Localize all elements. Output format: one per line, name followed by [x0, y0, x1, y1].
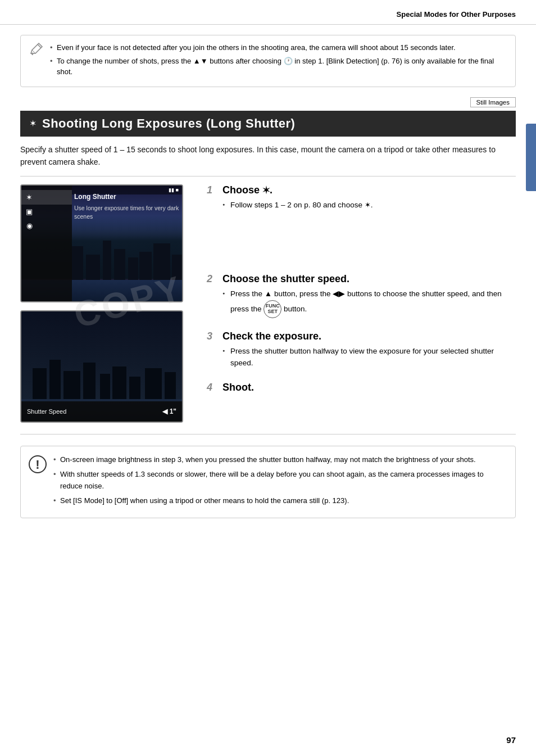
- b28: [145, 368, 162, 399]
- long-shutter-label-overlay: Long Shutter Use longer exposure times f…: [72, 192, 182, 221]
- step-1-header: 1 Choose ✶.: [207, 184, 516, 196]
- step-1: 1 Choose ✶. Follow steps 1 – 2 on p. 80 …: [207, 184, 516, 211]
- step-2: 2 Choose the shutter speed. Press the ▲ …: [207, 273, 516, 318]
- shutter-speed-label: Shutter Speed: [27, 408, 66, 415]
- step-2-header: 2 Choose the shutter speed.: [207, 273, 516, 285]
- b24: [83, 363, 96, 399]
- screenshots-col: ✶ ▣ ◉ Long Shutter Use longer exposure t…: [20, 184, 194, 423]
- b29: [165, 372, 176, 399]
- note-content: Even if your face is not detected after …: [50, 42, 507, 80]
- step-1-body: Follow steps 1 – 2 on p. 80 and choose ✶…: [207, 200, 516, 211]
- buildings2: [21, 348, 182, 399]
- menu-item-3: ◉: [21, 219, 72, 233]
- step-4: 4 Shoot.: [207, 382, 516, 393]
- pencil-icon: [29, 42, 43, 60]
- step-2-body: Press the ▲ button, press the ◀▶ buttons…: [207, 288, 516, 318]
- step-1-bullet-1: Follow steps 1 – 2 on p. 80 and choose ✶…: [222, 200, 516, 211]
- warning-icon: !: [29, 455, 47, 473]
- camera-menu: ✶ ▣ ◉: [21, 185, 72, 301]
- shutter-speed-value: ◀ 1": [162, 408, 176, 415]
- building-2: [86, 255, 100, 280]
- menu-item-long-shutter: ✶: [21, 190, 72, 205]
- long-shutter-label-desc: Use longer exposure times for very dark …: [74, 204, 180, 221]
- warning-item-1: On-screen image brightness in step 3, wh…: [53, 454, 507, 465]
- step-3: 3 Check the exposure. Press the shutter …: [207, 331, 516, 369]
- building-4: [114, 249, 125, 280]
- warning-box: ! On-screen image brightness in step 3, …: [20, 446, 516, 518]
- step-4-header: 4 Shoot.: [207, 382, 516, 393]
- divider-top: [20, 176, 516, 176]
- b25: [100, 374, 110, 399]
- warning-item-2: With shutter speeds of 1.3 seconds or sl…: [53, 469, 507, 491]
- step-3-body: Press the shutter button halfway to view…: [207, 346, 516, 369]
- step-4-title: Shoot.: [222, 382, 254, 393]
- camera-screen-2: Shutter Speed ◀ 1": [20, 310, 183, 423]
- still-images-badge: Still Images: [470, 97, 516, 107]
- side-tab: [526, 124, 536, 191]
- page-container: Special Modes for Other Purposes Even if…: [0, 0, 536, 756]
- b21: [33, 368, 47, 399]
- building-3: [103, 241, 111, 280]
- section-description: Specify a shutter speed of 1 – 15 second…: [20, 143, 516, 169]
- header-title: Special Modes for Other Purposes: [397, 10, 516, 19]
- menu-icon-3: ◉: [25, 221, 34, 230]
- b26: [112, 366, 126, 399]
- building-8: [172, 255, 183, 280]
- page-number: 97: [506, 735, 516, 745]
- section-title-icon: ✶: [29, 118, 37, 129]
- building-5: [128, 257, 138, 280]
- building-7: [153, 243, 170, 280]
- b22: [49, 360, 61, 399]
- note-item-1: Even if your face is not detected after …: [50, 42, 507, 53]
- func-set-button: FUNCSET: [264, 300, 281, 318]
- step-2-title: Choose the shutter speed.: [222, 273, 349, 285]
- step-4-num: 4: [207, 382, 218, 393]
- step-3-num: 3: [207, 331, 218, 342]
- building-6: [139, 252, 152, 280]
- step-2-num: 2: [207, 273, 218, 285]
- step-3-title: Check the exposure.: [222, 331, 321, 342]
- step-2-bullet-1: Press the ▲ button, press the ◀▶ buttons…: [222, 288, 516, 318]
- shutter-speed-bar: Shutter Speed ◀ 1": [21, 401, 182, 422]
- divider-bottom: [20, 434, 516, 434]
- step-3-header: 3 Check the exposure.: [207, 331, 516, 342]
- menu-item-2: ▣: [21, 205, 72, 219]
- b23: [63, 371, 80, 399]
- page-header: Special Modes for Other Purposes: [0, 0, 536, 25]
- step-3-bullet-1: Press the shutter button halfway to view…: [222, 346, 516, 369]
- step-1-title: Choose ✶.: [222, 184, 272, 196]
- note-item-2: To change the number of shots, press the…: [50, 56, 507, 78]
- building-1: [72, 246, 83, 280]
- steps-col: 1 Choose ✶. Follow steps 1 – 2 on p. 80 …: [194, 184, 516, 423]
- section-title: Shooting Long Exposures (Long Shutter): [42, 116, 295, 131]
- cityscape2-bg: [21, 311, 182, 399]
- section-title-bar: ✶ Shooting Long Exposures (Long Shutter): [20, 111, 516, 137]
- menu-icon-2: ▣: [25, 207, 34, 216]
- warning-item-3: Set [IS Mode] to [Off] when using a trip…: [53, 495, 507, 506]
- long-shutter-icon: ✶: [25, 193, 34, 202]
- note-box: Even if your face is not detected after …: [20, 35, 516, 87]
- b27: [129, 377, 140, 399]
- still-images-wrapper: Still Images: [20, 97, 516, 106]
- step-1-num: 1: [207, 184, 218, 196]
- camera-screen-1: ✶ ▣ ◉ Long Shutter Use longer exposure t…: [20, 184, 183, 302]
- main-content: ✶ ▣ ◉ Long Shutter Use longer exposure t…: [20, 184, 516, 423]
- long-shutter-label-title: Long Shutter: [74, 192, 180, 202]
- warning-content: On-screen image brightness in step 3, wh…: [53, 454, 507, 510]
